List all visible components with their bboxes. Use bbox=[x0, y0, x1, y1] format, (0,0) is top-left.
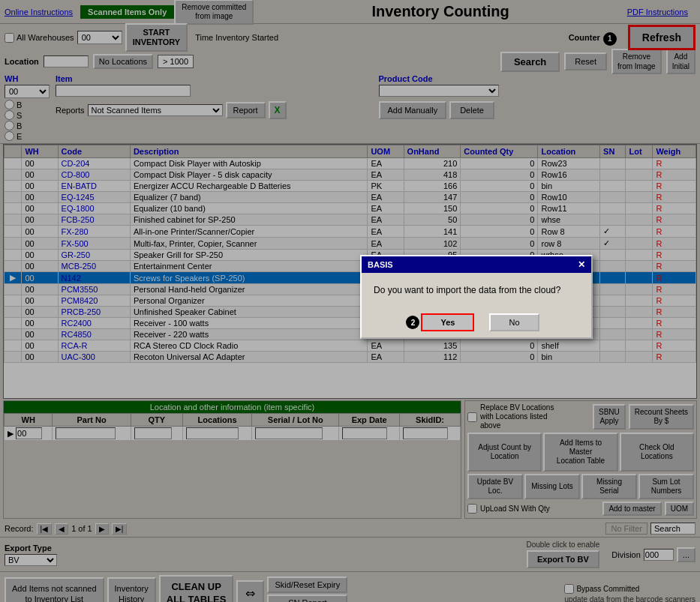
modal-header: BASIS ✕ bbox=[362, 256, 591, 273]
modal-title: BASIS bbox=[368, 260, 393, 269]
modal-badge: 2 bbox=[406, 316, 419, 329]
modal-dialog: BASIS ✕ Do you want to import the data f… bbox=[360, 255, 593, 339]
modal-footer: 2 Yes No bbox=[362, 307, 591, 337]
modal-no-button[interactable]: No bbox=[489, 313, 539, 331]
modal-overlay: BASIS ✕ Do you want to import the data f… bbox=[0, 0, 700, 602]
app-container: Online Instructions Scanned Items Only R… bbox=[0, 0, 700, 602]
modal-body: Do you want to import the data from the … bbox=[362, 273, 591, 307]
modal-close-button[interactable]: ✕ bbox=[578, 259, 585, 270]
modal-yes-button[interactable]: Yes bbox=[421, 313, 474, 331]
modal-message: Do you want to import the data from the … bbox=[374, 285, 579, 295]
